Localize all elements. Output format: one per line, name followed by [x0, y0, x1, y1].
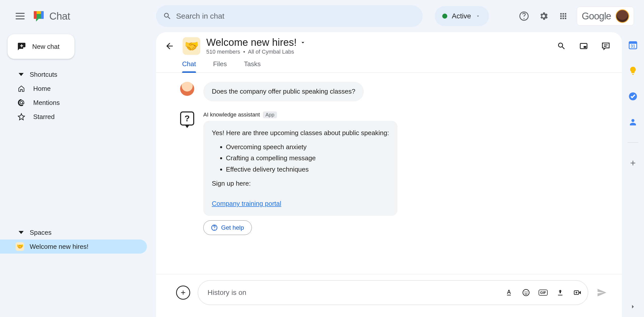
room-title-dropdown[interactable]: Welcome new hires!: [206, 37, 306, 48]
shortcuts-heading[interactable]: Shortcuts: [0, 67, 147, 82]
upload-icon: [556, 289, 564, 296]
nav-mentions-label: Mentions: [33, 99, 60, 107]
chevron-down-icon: [300, 39, 306, 46]
space-welcome-new-hires[interactable]: 🤝 Welcome new hires!: [0, 240, 147, 254]
chevron-right-icon: [629, 303, 636, 310]
svg-rect-7: [584, 46, 586, 48]
svg-text:31: 31: [631, 44, 635, 49]
message-row-user: Does the company offer public speaking c…: [180, 82, 612, 101]
new-chat-button[interactable]: New chat: [8, 34, 74, 59]
bot-name: AI knowledge assistant: [203, 111, 260, 118]
google-label: Google: [582, 11, 611, 22]
calendar-icon: 31: [628, 40, 638, 50]
at-icon: [18, 99, 25, 106]
side-keep[interactable]: [628, 65, 638, 76]
room-search-button[interactable]: [555, 40, 568, 52]
tasks-icon: [628, 92, 638, 101]
search-placeholder: Search in chat: [176, 12, 224, 20]
svg-marker-4: [36, 19, 39, 22]
help-button[interactable]: [518, 10, 530, 22]
nav-home-label: Home: [33, 85, 51, 93]
nav-home[interactable]: Home: [0, 82, 147, 96]
help-icon: [519, 11, 529, 21]
user-avatar-small: [180, 82, 194, 96]
account-switcher[interactable]: Google: [577, 7, 634, 26]
keep-icon: [628, 66, 638, 75]
app-badge: App: [263, 111, 277, 118]
svg-rect-14: [629, 42, 637, 44]
plus-icon: [180, 289, 187, 296]
shortcuts-label: Shortcuts: [30, 71, 57, 78]
video-call-icon: [573, 289, 582, 296]
home-icon: [18, 85, 25, 92]
pip-icon: [579, 42, 588, 51]
search-icon: [557, 42, 566, 51]
svg-rect-2: [34, 11, 37, 19]
main-menu-button[interactable]: [14, 10, 26, 22]
format-button[interactable]: [504, 288, 514, 298]
side-calendar[interactable]: 31: [628, 40, 638, 50]
gif-icon: GIF: [539, 290, 547, 296]
app-name: Chat: [49, 11, 70, 22]
nav-starred-label: Starred: [33, 113, 55, 121]
emoji-button[interactable]: [521, 288, 531, 298]
video-button[interactable]: [572, 288, 582, 298]
svg-point-9: [523, 290, 529, 296]
training-portal-link[interactable]: Company training portal: [212, 200, 281, 207]
room-title: Welcome new hires!: [206, 37, 297, 48]
send-icon: [597, 288, 607, 298]
side-tasks[interactable]: [628, 91, 638, 102]
apps-button[interactable]: [557, 10, 569, 22]
tab-chat[interactable]: Chat: [182, 60, 196, 72]
tab-files[interactable]: Files: [213, 60, 227, 72]
bot-avatar-icon: ?: [180, 111, 194, 126]
thread-panel-button[interactable]: [600, 40, 612, 52]
handshake-icon: 🤝: [16, 242, 24, 251]
space-name-label: Welcome new hires!: [30, 243, 89, 251]
svg-point-10: [525, 292, 526, 293]
upload-button[interactable]: [555, 288, 565, 298]
settings-button[interactable]: [538, 10, 550, 22]
bot-message-bubble: Yes! Here are three upcoming classes abo…: [203, 121, 397, 216]
get-help-button[interactable]: Get help: [203, 220, 252, 235]
room-emoji: 🤝: [183, 37, 200, 55]
chat-bubble-icon: [601, 42, 610, 51]
search-input[interactable]: Search in chat: [156, 5, 423, 27]
chevron-down-icon: [19, 73, 24, 76]
status-label: Active: [452, 12, 471, 20]
star-icon: [18, 113, 25, 121]
side-add-button[interactable]: [628, 158, 638, 168]
room-subtitle: 510 members • All of Cymbal Labs: [206, 49, 306, 55]
side-contacts[interactable]: [628, 117, 638, 127]
chevron-down-icon: [475, 14, 480, 19]
add-attachment-button[interactable]: [176, 286, 190, 300]
nav-starred[interactable]: Starred: [0, 110, 147, 124]
svg-point-11: [527, 292, 528, 293]
chat-logo-icon: [32, 10, 45, 23]
composer-placeholder: History is on: [208, 289, 246, 297]
spaces-label: Spaces: [30, 229, 52, 236]
gear-icon: [539, 11, 549, 21]
back-button[interactable]: [163, 39, 177, 53]
status-selector[interactable]: Active: [435, 6, 489, 26]
plus-icon: [629, 159, 637, 167]
chat-logo[interactable]: Chat: [32, 10, 70, 23]
send-button[interactable]: [596, 287, 608, 299]
pop-out-button[interactable]: [578, 40, 590, 52]
user-avatar: [616, 9, 629, 23]
message-bubble: Does the company offer public speaking c…: [203, 82, 364, 101]
spaces-heading[interactable]: Spaces: [0, 225, 147, 240]
message-input[interactable]: History is on GIF: [198, 280, 588, 305]
emoji-icon: [522, 289, 530, 296]
menu-icon: [16, 16, 25, 17]
text-format-icon: [505, 289, 513, 296]
new-chat-icon: [17, 42, 26, 51]
nav-mentions[interactable]: Mentions: [0, 96, 147, 110]
search-icon: [163, 12, 172, 20]
gif-button[interactable]: GIF: [538, 288, 548, 298]
arrow-left-icon: [165, 41, 174, 51]
chevron-down-icon: [19, 231, 24, 234]
new-chat-label: New chat: [32, 43, 59, 51]
tab-tasks[interactable]: Tasks: [244, 60, 261, 72]
side-expand-button[interactable]: [628, 301, 638, 312]
